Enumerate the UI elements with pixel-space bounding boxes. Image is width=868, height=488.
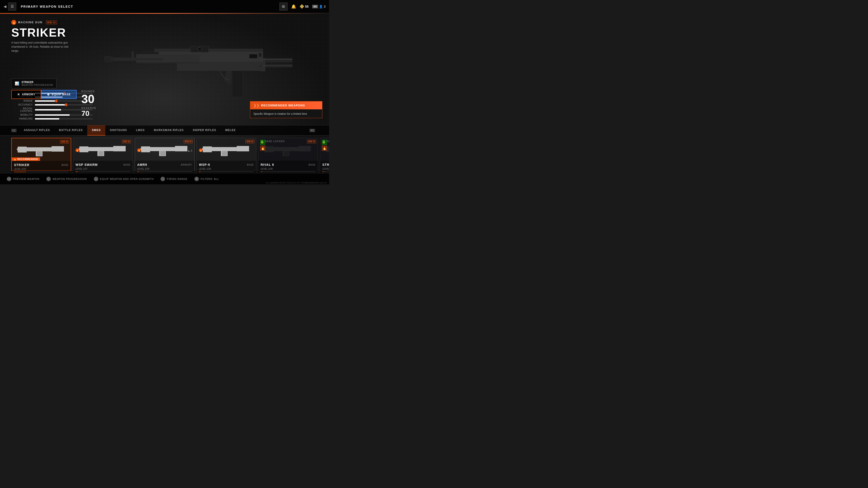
card-mw3-badge: MW III bbox=[246, 140, 254, 143]
card-mw3-badge: MW III bbox=[60, 140, 69, 143]
version-info: 10.1.16466410 [43:207:10124+11:A] T [720… bbox=[266, 182, 327, 184]
bottom-action-firing-range[interactable]: ◯ FIRING RANGE bbox=[160, 177, 187, 181]
armory-button[interactable]: ✕ ARMORY bbox=[11, 90, 41, 99]
card-bottom: STRIKER BASE LEVEL 5/23 bbox=[12, 161, 71, 173]
back-button[interactable]: ◀ ☰ PRIMARY WEAPON SELECT bbox=[4, 2, 73, 11]
tab-assault-rifles[interactable]: ASSAULT RIFLES bbox=[19, 125, 55, 135]
weapon-image bbox=[91, 29, 294, 101]
tab-battle-rifles[interactable]: BATTLE RIFLES bbox=[55, 125, 87, 135]
stat-bar-fill bbox=[35, 100, 57, 102]
card-type: ARMORY bbox=[181, 164, 192, 166]
notification-area: 🔔 bbox=[291, 4, 296, 9]
bottom-action-equip-gunsmith[interactable]: △ EQUIP WEAPON AND OPEN GUNSMITH bbox=[94, 177, 154, 181]
bottom-action-progression[interactable]: ◻ WEAPON PROGRESSION bbox=[46, 177, 87, 181]
armory-count: ▲ 3 bbox=[188, 149, 192, 152]
card-weapon-img bbox=[202, 141, 251, 157]
armory-x-icon: ✕ bbox=[17, 93, 20, 96]
card-weapon-name: STRI... bbox=[322, 163, 329, 166]
r1-badge: R1 bbox=[309, 129, 315, 132]
card-level: LEVEL 1/28 bbox=[260, 168, 273, 170]
bottom-action-icon: ◯ bbox=[160, 177, 165, 181]
svg-rect-63 bbox=[284, 151, 289, 156]
tab-lmgs[interactable]: LMGS bbox=[131, 125, 149, 135]
svg-rect-31 bbox=[37, 151, 42, 156]
bottom-action-preview[interactable]: L3 PREVIEW WEAPON bbox=[7, 177, 39, 181]
card-progress bbox=[14, 172, 68, 172]
tab-melee[interactable]: MELEE bbox=[221, 125, 240, 135]
stat-row: RANGE bbox=[11, 100, 93, 102]
bell-icon[interactable]: 🔔 bbox=[291, 4, 296, 9]
player-icon: 👤 bbox=[319, 5, 323, 8]
weapon-info-panel: 🔥 MACHINE GUN MW III STRIKER A hard-hitt… bbox=[11, 20, 84, 57]
weapon-card-amr9[interactable]: MW III ▲ 3🔥 AMR9 ARMORY LEVEL 1/29 bbox=[135, 138, 195, 171]
stat-name: ACCURACY bbox=[11, 103, 33, 106]
diamond-icon bbox=[300, 4, 304, 9]
svg-point-11 bbox=[198, 47, 202, 51]
card-weapon-img bbox=[17, 142, 66, 158]
weapon-grid: MW III 🔥 RECOMMENDED STRIKER BASE LEVEL … bbox=[0, 135, 329, 173]
tab-marksman-rifles[interactable]: MARKSMAN RIFLES bbox=[149, 125, 188, 135]
main-content: 🔥 MACHINE GUN MW III STRIKER A hard-hitt… bbox=[0, 13, 329, 184]
stat-bar-fill bbox=[35, 114, 70, 116]
bottom-action-filters[interactable]: ☰ FILTERS: ALL bbox=[194, 177, 219, 181]
upgrade-icon-green: ↑ bbox=[260, 140, 265, 145]
level-badge: 55 bbox=[300, 4, 309, 9]
svg-rect-18 bbox=[136, 62, 199, 63]
svg-rect-21 bbox=[259, 53, 261, 57]
tab-sniper-rifles[interactable]: SNIPER RIFLES bbox=[188, 125, 221, 135]
page-title: PRIMARY WEAPON SELECT bbox=[21, 5, 73, 8]
svg-rect-9 bbox=[105, 57, 112, 62]
card-bottom: AMR9 ARMORY LEVEL 1/29 bbox=[135, 161, 194, 173]
grid-view-button[interactable]: ⊞ bbox=[279, 2, 287, 11]
player-count: 3 bbox=[324, 5, 326, 8]
weapons-container: MW III 🔥 RECOMMENDED STRIKER BASE LEVEL … bbox=[11, 138, 329, 171]
svg-rect-47 bbox=[160, 151, 165, 156]
weapon-card-wsp-9[interactable]: MW III 🔥 WSP-9 BASE LEVEL 1/28 bbox=[196, 138, 256, 171]
card-level-row: AMR9 ARMORY bbox=[137, 163, 192, 166]
svg-rect-36 bbox=[113, 146, 126, 149]
back-icon: ◀ bbox=[4, 4, 6, 8]
top-bar: ◀ ☰ PRIMARY WEAPON SELECT ⊞ 🔔 55 R3 👤 3 bbox=[0, 0, 329, 13]
equip-circle-icon: ⊕ bbox=[47, 93, 50, 96]
bottom-action-icon: ◻ bbox=[46, 177, 51, 181]
reserve-number: 70 bbox=[81, 109, 108, 118]
stat-bar-fill bbox=[35, 104, 67, 105]
svg-rect-28 bbox=[52, 146, 64, 149]
equip-label: EQUIP BASE bbox=[52, 93, 71, 96]
svg-point-19 bbox=[259, 65, 262, 67]
card-level-row: RIVAL 9 BASE bbox=[260, 163, 315, 166]
weapon-card-wsp-swarm[interactable]: MW III 🔥 WSP SWARM BASE LEVEL 1/27 bbox=[73, 138, 133, 171]
action-buttons: ✕ ARMORY ⊕ EQUIP BASE bbox=[11, 90, 76, 99]
svg-rect-7 bbox=[114, 58, 163, 61]
tab-smgs[interactable]: SMGS bbox=[87, 125, 105, 135]
card-weapon-name: STRIKER bbox=[14, 163, 29, 167]
card-progress-fill bbox=[14, 172, 26, 172]
card-top: MW III ▲ 3🔥 bbox=[135, 138, 194, 161]
card-weapon-name: RIVAL 9 bbox=[260, 163, 274, 166]
card-top: MW III 🔥 bbox=[197, 138, 256, 161]
card-progress-fill bbox=[75, 171, 78, 172]
weapon-card-striker[interactable]: MW III 🔥 RECOMMENDED STRIKER BASE LEVEL … bbox=[11, 138, 71, 171]
inventory-icon[interactable]: ☰ bbox=[8, 2, 16, 11]
card-top: 🔒BASE LOCKED↑🔥MW III bbox=[258, 138, 318, 161]
card-level: LEVEL 1/29 bbox=[137, 168, 149, 170]
card-level-row: WSP-9 BASE bbox=[199, 163, 254, 166]
prog-text: STRIKER WEAPON PROGRESSION bbox=[22, 80, 53, 86]
weapon-type-badge: 🔥 MACHINE GUN MW III bbox=[11, 20, 84, 25]
card-weapon-img bbox=[140, 141, 190, 157]
equip-base-button[interactable]: ⊕ EQUIP BASE bbox=[41, 90, 76, 99]
card-fire-icon: 🔥 bbox=[75, 149, 79, 152]
card-level: LEVEL 1/27 bbox=[75, 168, 88, 170]
weapon-card-striker-9[interactable]: 🔒BASE↑🔥MW III STRI... BASE LEVEL 1/28 bbox=[320, 138, 329, 171]
card-type: BASE bbox=[61, 164, 68, 166]
card-level-row: WSP SWARM BASE bbox=[75, 163, 130, 166]
card-bottom: WSP-9 BASE LEVEL 1/28 bbox=[197, 161, 256, 173]
card-type: BASE bbox=[123, 164, 130, 166]
stat-bar bbox=[35, 118, 93, 120]
tab-shotguns[interactable]: SHOTGUNS bbox=[105, 125, 131, 135]
rounds-number: 30 bbox=[81, 93, 108, 105]
card-mw3-badge: MW III bbox=[307, 140, 316, 143]
weapon-card-rival-9[interactable]: 🔒BASE LOCKED↑🔥MW III RIVAL 9 BASE LEVEL … bbox=[258, 138, 318, 171]
svg-rect-55 bbox=[222, 151, 227, 156]
card-progress bbox=[260, 171, 315, 172]
